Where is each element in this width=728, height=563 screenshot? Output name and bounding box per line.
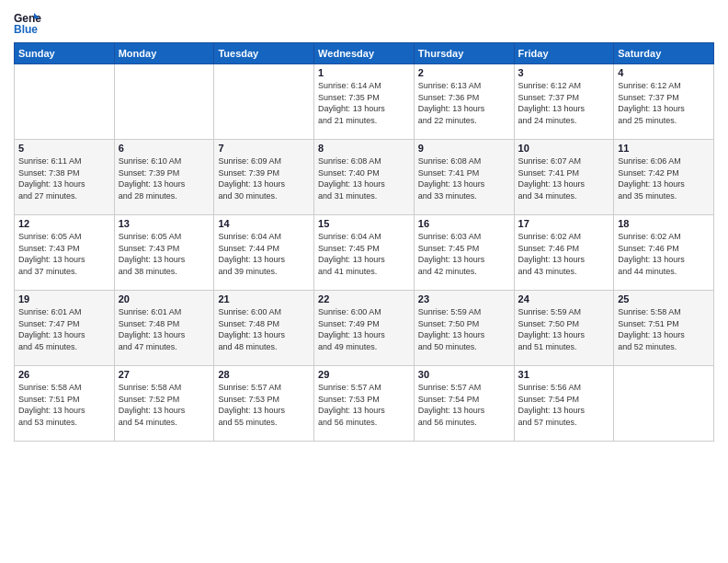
day-cell: 9Sunrise: 6:08 AM Sunset: 7:41 PM Daylig… [414,140,514,215]
day-cell: 26Sunrise: 5:58 AM Sunset: 7:51 PM Dayli… [15,366,115,442]
day-cell: 20Sunrise: 6:01 AM Sunset: 7:48 PM Dayli… [114,291,214,366]
day-cell: 4Sunrise: 6:12 AM Sunset: 7:37 PM Daylig… [614,64,714,140]
day-number: 21 [218,293,310,304]
calendar-table: SundayMondayTuesdayWednesdayThursdayFrid… [14,42,714,442]
day-number: 23 [418,293,510,304]
day-info: Sunrise: 5:57 AM Sunset: 7:53 PM Dayligh… [218,382,310,428]
day-info: Sunrise: 5:59 AM Sunset: 7:50 PM Dayligh… [418,306,510,352]
day-number: 1 [318,67,410,78]
day-cell [214,64,314,140]
day-info: Sunrise: 5:56 AM Sunset: 7:54 PM Dayligh… [518,382,610,428]
day-info: Sunrise: 6:04 AM Sunset: 7:45 PM Dayligh… [318,231,410,277]
weekday-thursday: Thursday [414,43,514,64]
weekday-monday: Monday [114,43,214,64]
day-info: Sunrise: 6:14 AM Sunset: 7:35 PM Dayligh… [318,80,410,126]
day-number: 7 [218,143,310,154]
day-cell: 28Sunrise: 5:57 AM Sunset: 7:53 PM Dayli… [214,366,314,442]
logo-icon: General Blue [14,9,41,37]
day-info: Sunrise: 6:01 AM Sunset: 7:48 PM Dayligh… [119,306,210,352]
day-cell: 29Sunrise: 5:57 AM Sunset: 7:53 PM Dayli… [314,366,415,442]
day-info: Sunrise: 6:02 AM Sunset: 7:46 PM Dayligh… [518,231,610,277]
day-info: Sunrise: 6:00 AM Sunset: 7:49 PM Dayligh… [318,306,410,352]
day-info: Sunrise: 5:59 AM Sunset: 7:50 PM Dayligh… [518,306,610,352]
day-number: 28 [218,369,310,380]
day-cell: 24Sunrise: 5:59 AM Sunset: 7:50 PM Dayli… [514,291,614,366]
day-info: Sunrise: 5:57 AM Sunset: 7:54 PM Dayligh… [418,382,510,428]
day-number: 18 [618,218,710,229]
day-info: Sunrise: 6:11 AM Sunset: 7:38 PM Dayligh… [18,155,110,201]
day-info: Sunrise: 6:06 AM Sunset: 7:42 PM Dayligh… [618,155,710,201]
day-number: 8 [318,143,410,154]
day-cell: 8Sunrise: 6:08 AM Sunset: 7:40 PM Daylig… [314,140,415,215]
day-cell: 5Sunrise: 6:11 AM Sunset: 7:38 PM Daylig… [15,140,115,215]
weekday-wednesday: Wednesday [314,43,415,64]
day-info: Sunrise: 6:02 AM Sunset: 7:46 PM Dayligh… [618,231,710,277]
day-info: Sunrise: 6:07 AM Sunset: 7:41 PM Dayligh… [518,155,610,201]
week-row-1: 1Sunrise: 6:14 AM Sunset: 7:35 PM Daylig… [15,64,714,140]
day-cell: 14Sunrise: 6:04 AM Sunset: 7:44 PM Dayli… [214,215,314,291]
day-cell [15,64,115,140]
day-number: 17 [518,218,610,229]
day-cell: 30Sunrise: 5:57 AM Sunset: 7:54 PM Dayli… [414,366,514,442]
day-cell: 3Sunrise: 6:12 AM Sunset: 7:37 PM Daylig… [514,64,614,140]
day-number: 22 [318,293,410,304]
weekday-sunday: Sunday [15,43,115,64]
week-row-5: 26Sunrise: 5:58 AM Sunset: 7:51 PM Dayli… [15,366,714,442]
day-cell: 2Sunrise: 6:13 AM Sunset: 7:36 PM Daylig… [414,64,514,140]
weekday-tuesday: Tuesday [214,43,314,64]
day-number: 20 [119,293,210,304]
day-number: 13 [119,218,210,229]
day-cell: 27Sunrise: 5:58 AM Sunset: 7:52 PM Dayli… [114,366,214,442]
day-info: Sunrise: 5:58 AM Sunset: 7:51 PM Dayligh… [18,382,110,428]
day-number: 10 [518,143,610,154]
day-number: 31 [518,369,610,380]
day-info: Sunrise: 6:08 AM Sunset: 7:41 PM Dayligh… [418,155,510,201]
day-info: Sunrise: 6:05 AM Sunset: 7:43 PM Dayligh… [18,231,110,277]
day-cell: 31Sunrise: 5:56 AM Sunset: 7:54 PM Dayli… [514,366,614,442]
day-number: 16 [418,218,510,229]
day-cell: 6Sunrise: 6:10 AM Sunset: 7:39 PM Daylig… [114,140,214,215]
day-cell: 12Sunrise: 6:05 AM Sunset: 7:43 PM Dayli… [15,215,115,291]
week-row-2: 5Sunrise: 6:11 AM Sunset: 7:38 PM Daylig… [15,140,714,215]
day-number: 2 [418,67,510,78]
svg-text:Blue: Blue [14,23,38,36]
day-cell: 19Sunrise: 6:01 AM Sunset: 7:47 PM Dayli… [15,291,115,366]
day-info: Sunrise: 6:01 AM Sunset: 7:47 PM Dayligh… [18,306,110,352]
day-cell: 13Sunrise: 6:05 AM Sunset: 7:43 PM Dayli… [114,215,214,291]
logo: General Blue [14,9,45,37]
day-number: 19 [18,293,110,304]
day-cell: 7Sunrise: 6:09 AM Sunset: 7:39 PM Daylig… [214,140,314,215]
day-number: 12 [18,218,110,229]
weekday-friday: Friday [514,43,614,64]
day-cell: 10Sunrise: 6:07 AM Sunset: 7:41 PM Dayli… [514,140,614,215]
day-number: 15 [318,218,410,229]
day-info: Sunrise: 6:00 AM Sunset: 7:48 PM Dayligh… [218,306,310,352]
day-info: Sunrise: 6:13 AM Sunset: 7:36 PM Dayligh… [418,80,510,126]
day-info: Sunrise: 6:08 AM Sunset: 7:40 PM Dayligh… [318,155,410,201]
day-info: Sunrise: 6:03 AM Sunset: 7:45 PM Dayligh… [418,231,510,277]
header: General Blue [14,9,714,37]
day-number: 30 [418,369,510,380]
day-info: Sunrise: 6:05 AM Sunset: 7:43 PM Dayligh… [119,231,210,277]
day-cell: 16Sunrise: 6:03 AM Sunset: 7:45 PM Dayli… [414,215,514,291]
day-info: Sunrise: 5:58 AM Sunset: 7:51 PM Dayligh… [618,306,710,352]
day-cell: 11Sunrise: 6:06 AM Sunset: 7:42 PM Dayli… [614,140,714,215]
day-info: Sunrise: 6:12 AM Sunset: 7:37 PM Dayligh… [618,80,710,126]
day-cell: 21Sunrise: 6:00 AM Sunset: 7:48 PM Dayli… [214,291,314,366]
week-row-3: 12Sunrise: 6:05 AM Sunset: 7:43 PM Dayli… [15,215,714,291]
day-number: 27 [119,369,210,380]
day-cell [614,366,714,442]
day-cell: 25Sunrise: 5:58 AM Sunset: 7:51 PM Dayli… [614,291,714,366]
day-number: 24 [518,293,610,304]
day-number: 9 [418,143,510,154]
day-number: 11 [618,143,710,154]
day-info: Sunrise: 6:09 AM Sunset: 7:39 PM Dayligh… [218,155,310,201]
calendar-page: General Blue SundayMondayTuesdayWednesda… [0,0,728,563]
day-info: Sunrise: 5:58 AM Sunset: 7:52 PM Dayligh… [119,382,210,428]
day-cell: 17Sunrise: 6:02 AM Sunset: 7:46 PM Dayli… [514,215,614,291]
week-row-4: 19Sunrise: 6:01 AM Sunset: 7:47 PM Dayli… [15,291,714,366]
day-cell: 15Sunrise: 6:04 AM Sunset: 7:45 PM Dayli… [314,215,415,291]
weekday-header-row: SundayMondayTuesdayWednesdayThursdayFrid… [15,43,714,64]
day-number: 14 [218,218,310,229]
day-cell [114,64,214,140]
